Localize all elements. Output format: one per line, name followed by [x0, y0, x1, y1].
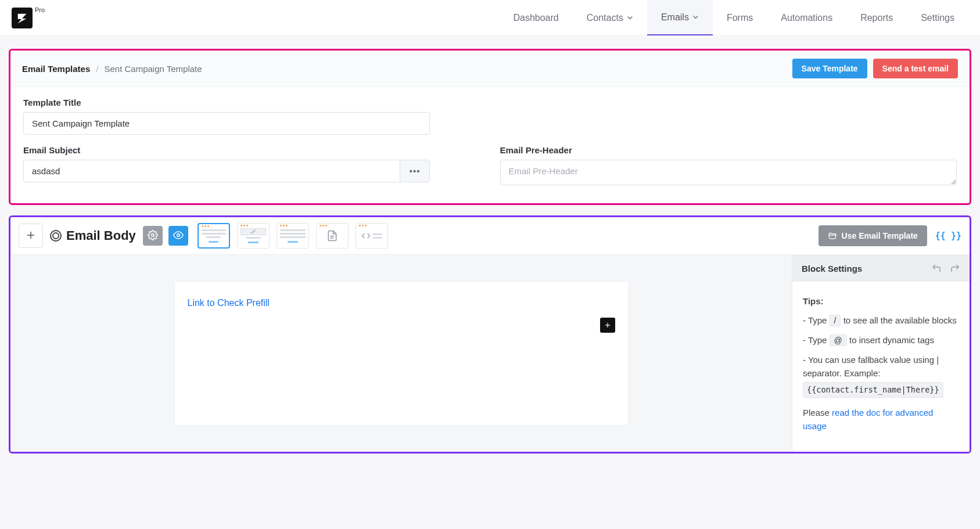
svg-point-2 [152, 233, 155, 236]
editor-area: Link to Check Prefill Block Settings [10, 255, 970, 452]
key-at: @ [830, 334, 847, 346]
breadcrumb-separator: / [96, 64, 98, 74]
nav-label: Reports [860, 13, 893, 23]
send-test-email-button[interactable]: Send a test email [873, 59, 958, 78]
subject-more-button[interactable]: ••• [400, 160, 430, 182]
brand-badge: Pro [35, 6, 45, 13]
sidebar-body: Tips: - Type / to see all the available … [792, 282, 970, 452]
email-body-title-text: Email Body [66, 228, 136, 243]
fallback-example-code: {{contact.first_name|There}} [803, 382, 943, 398]
add-element-button[interactable] [19, 224, 43, 248]
nav-settings[interactable]: Settings [907, 0, 968, 35]
nav-automations[interactable]: Automations [767, 0, 846, 35]
preview-button[interactable] [168, 226, 188, 246]
email-preheader-label: Email Pre-Header [500, 145, 957, 155]
breadcrumb-root[interactable]: Email Templates [22, 64, 90, 74]
layout-preview-1[interactable] [198, 223, 230, 249]
email-subject-input[interactable] [23, 160, 400, 182]
add-block-button[interactable] [600, 318, 615, 333]
tip-row: - Type @ to insert dynamic tags [803, 333, 959, 347]
plus-icon [26, 230, 36, 242]
folder-open-icon [828, 231, 837, 240]
undo-icon[interactable] [931, 263, 942, 274]
email-preheader-input[interactable] [500, 160, 957, 185]
svg-point-3 [177, 233, 180, 236]
tip-text: - You can use fallback value using | sep… [803, 355, 939, 378]
sidebar-title: Block Settings [802, 264, 862, 274]
brand: Pro [12, 8, 45, 28]
tip-text: - Type [803, 335, 830, 345]
nav-contacts[interactable]: Contacts [573, 0, 647, 35]
nav-label: Forms [727, 13, 753, 23]
tip-row: - Type / to see all the available blocks [803, 314, 959, 328]
redo-icon[interactable] [950, 263, 960, 274]
sidebar-header: Block Settings [792, 255, 970, 282]
insert-tag-button[interactable]: {{ }} [935, 231, 961, 241]
layout-previews [198, 223, 388, 249]
nav-label: Emails [661, 12, 689, 23]
canvas-column: Link to Check Prefill [10, 255, 792, 452]
email-subject-label: Email Subject [23, 145, 480, 155]
nav-label: Automations [781, 13, 832, 23]
target-icon [50, 230, 62, 242]
template-title-input[interactable] [23, 112, 430, 135]
email-body-title: Email Body [49, 228, 137, 243]
doc-pre-text: Please [803, 408, 832, 418]
block-settings-sidebar: Block Settings Tips: - Type / [792, 255, 970, 452]
tip-text: to see all the available blocks [843, 315, 957, 325]
use-email-template-label: Use Email Template [842, 231, 918, 240]
save-template-button[interactable]: Save Template [792, 59, 867, 78]
template-title-label: Template Title [23, 98, 957, 107]
nav-emails[interactable]: Emails [647, 0, 713, 35]
tip-text: - Type [803, 315, 830, 325]
layout-preview-4[interactable] [316, 223, 349, 249]
tips-heading: Tips: [803, 294, 959, 308]
tip-row: - You can use fallback value using | sep… [803, 353, 959, 398]
layout-preview-2[interactable] [237, 223, 270, 249]
nav-reports[interactable]: Reports [846, 0, 907, 35]
canvas-link[interactable]: Link to Check Prefill [188, 298, 270, 308]
body-settings-button[interactable] [143, 226, 163, 246]
code-icon [361, 231, 371, 240]
nav-label: Contacts [587, 13, 623, 23]
email-body-panel: Email Body [9, 215, 971, 454]
gear-icon [148, 230, 158, 242]
ellipsis-icon: ••• [410, 166, 421, 176]
nav-dashboard[interactable]: Dashboard [499, 0, 572, 35]
plus-icon [604, 321, 612, 329]
main-nav: Dashboard Contacts Emails Forms Automati… [499, 0, 968, 35]
key-slash: / [830, 315, 841, 326]
breadcrumb-leaf: Sent Campaign Template [104, 64, 202, 74]
topbar: Pro Dashboard Contacts Emails Forms Auto… [0, 0, 980, 36]
nav-label: Dashboard [513, 13, 558, 23]
nav-label: Settings [921, 13, 954, 23]
email-canvas[interactable]: Link to Check Prefill [175, 282, 628, 425]
template-header-panel: Email Templates / Sent Campaign Template… [9, 49, 971, 205]
panel-header: Email Templates / Sent Campaign Template… [10, 51, 970, 87]
document-icon [323, 230, 342, 242]
doc-row: Please read the doc for advanced usage [803, 406, 959, 433]
layout-preview-3[interactable] [277, 223, 309, 249]
chevron-down-icon [627, 13, 633, 23]
logo-icon [16, 12, 28, 24]
page: Email Templates / Sent Campaign Template… [0, 36, 980, 529]
tip-text: to insert dynamic tags [849, 335, 934, 345]
eye-icon [173, 230, 184, 242]
use-email-template-button[interactable]: Use Email Template [819, 225, 927, 246]
nav-forms[interactable]: Forms [713, 0, 767, 35]
brand-logo[interactable] [12, 8, 33, 28]
body-toolbar: Email Body [10, 217, 970, 255]
layout-preview-5[interactable] [356, 223, 388, 249]
chevron-down-icon [692, 12, 699, 23]
